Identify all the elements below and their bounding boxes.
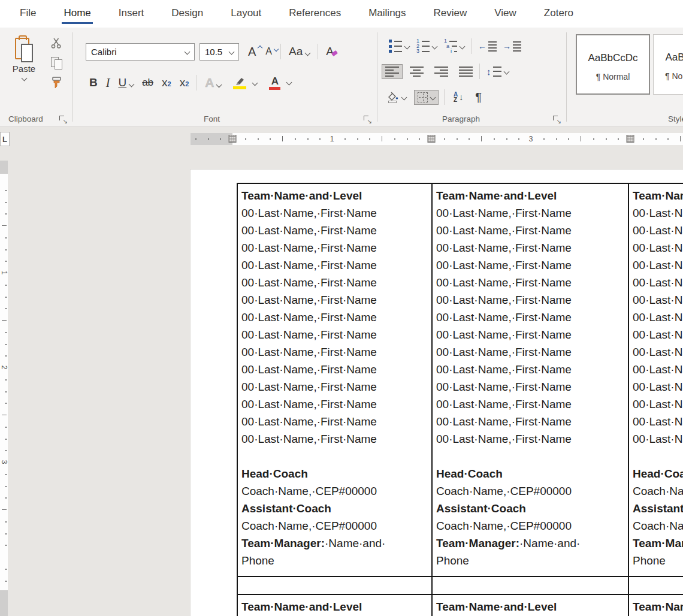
line-spacing-button[interactable]: ↕ bbox=[483, 65, 512, 78]
numbering-button[interactable]: 1 2 3 bbox=[412, 38, 440, 55]
decrease-indent-button[interactable]: ← bbox=[475, 40, 500, 53]
label-cell[interactable]: Team·Name·and·Level 00·Last·Name,·First·… bbox=[237, 184, 431, 576]
bullets-button[interactable] bbox=[386, 38, 412, 55]
superscript-button[interactable]: x2 bbox=[176, 76, 194, 89]
tab-design[interactable]: Design bbox=[158, 1, 217, 26]
label-cell[interactable]: Team·Name·and·Level 00·Last·Name,·First·… bbox=[431, 184, 628, 576]
paste-dropdown-chevron[interactable] bbox=[21, 76, 27, 81]
shading-button[interactable] bbox=[383, 90, 409, 105]
ruler-tick bbox=[5, 533, 7, 535]
increase-indent-button[interactable]: → bbox=[500, 40, 524, 53]
label-cell[interactable]: Team·Name·and·Level 00·Last·Name,·First·… bbox=[628, 184, 683, 576]
team-header-line: Team·Name·and·Level bbox=[241, 187, 428, 204]
label-cell[interactable]: Team·Name·and·Level bbox=[431, 595, 628, 616]
font-name-value: Calibri bbox=[91, 47, 117, 57]
styles-group: AaBbCcDc ¶ Normal AaBbCcDc ¶ No Spacing … bbox=[567, 28, 683, 126]
format-painter-button[interactable] bbox=[49, 76, 64, 90]
tab-layout[interactable]: Layout bbox=[217, 1, 275, 26]
document-page[interactable]: Team·Name·and·Level 00·Last·Name,·First·… bbox=[191, 170, 683, 616]
ruler-tick bbox=[319, 138, 321, 140]
table-column-marker[interactable] bbox=[229, 135, 237, 143]
roster-line: 00·Last·Name,·First·Name bbox=[436, 343, 624, 361]
roster-line: 00·Last·Name,·First·Name bbox=[436, 378, 624, 395]
bold-button[interactable]: B bbox=[85, 76, 102, 89]
change-case-button[interactable]: Aa bbox=[285, 45, 314, 58]
multilevel-list-button[interactable]: 1 a i bbox=[440, 38, 467, 55]
empty-cell[interactable] bbox=[431, 577, 628, 594]
table-column-marker[interactable] bbox=[428, 135, 436, 143]
roster-line: 00·Last·Name,·First·Name bbox=[241, 413, 428, 430]
roster-line: 00·Last·Name,·First·Name bbox=[633, 395, 683, 413]
text-highlight-button[interactable] bbox=[225, 77, 261, 89]
updown-arrow-icon: ↕ bbox=[486, 67, 491, 77]
shrink-font-button[interactable]: A bbox=[261, 46, 277, 57]
font-size-combo[interactable]: 10.5 bbox=[200, 43, 239, 61]
paragraph-dialog-launcher[interactable] bbox=[552, 115, 561, 123]
underline-button[interactable]: U bbox=[114, 76, 138, 89]
copy-icon bbox=[51, 57, 62, 70]
tab-home[interactable]: Home bbox=[50, 1, 104, 26]
paste-button[interactable]: Paste bbox=[7, 35, 41, 80]
tab-view[interactable]: View bbox=[480, 1, 530, 26]
blank-line bbox=[241, 448, 428, 465]
cut-button[interactable] bbox=[49, 36, 64, 50]
ruler-tick bbox=[5, 249, 7, 250]
strikethrough-button[interactable]: ab bbox=[138, 77, 158, 89]
tab-mailings[interactable]: Mailings bbox=[355, 1, 419, 26]
align-center-button[interactable] bbox=[407, 65, 427, 78]
tab-review[interactable]: Review bbox=[420, 1, 481, 26]
empty-cell[interactable] bbox=[237, 577, 431, 594]
ruler-tick bbox=[382, 136, 382, 141]
justify-icon bbox=[459, 67, 473, 77]
ruler-tick bbox=[5, 581, 7, 582]
ruler-tick bbox=[5, 308, 7, 309]
copy-button[interactable] bbox=[49, 56, 64, 70]
borders-button[interactable] bbox=[415, 90, 438, 104]
ruler-tick bbox=[444, 138, 445, 140]
font-name-combo[interactable]: Calibri bbox=[86, 43, 195, 61]
paste-label: Paste bbox=[7, 64, 41, 74]
align-right-button[interactable] bbox=[431, 65, 451, 78]
tab-references[interactable]: References bbox=[275, 1, 355, 26]
sort-button[interactable]: A Z ↓ bbox=[451, 90, 466, 104]
style-item-no-spacing[interactable]: AaBbCcDc ¶ No Spacing bbox=[653, 34, 683, 95]
ruler-tick bbox=[5, 569, 7, 570]
font-color-bar bbox=[269, 87, 280, 90]
clipboard-dialog-launcher[interactable] bbox=[59, 115, 67, 123]
roster-line: 00·Last·Name,·First·Name bbox=[436, 222, 624, 239]
ruler-inch-number: 2 bbox=[0, 364, 8, 372]
style-item-normal[interactable]: AaBbCcDc ¶ Normal bbox=[576, 34, 650, 95]
ruler-tick bbox=[5, 213, 7, 215]
head-coach-label: Head·Coach bbox=[241, 465, 428, 482]
label-cell[interactable]: Team·Name·and·Level bbox=[628, 595, 683, 616]
ruler-tick bbox=[5, 391, 7, 392]
label-cell[interactable]: Team·Name·and·Level bbox=[237, 595, 431, 616]
italic-button[interactable]: I bbox=[102, 76, 114, 90]
show-hide-formatting-button[interactable]: ¶ bbox=[472, 89, 485, 106]
roster-line: 00·Last·Name,·First·Name bbox=[241, 309, 428, 326]
ruler-tick bbox=[282, 136, 283, 141]
tab-file[interactable]: File bbox=[6, 1, 50, 26]
ruler-tick bbox=[506, 138, 507, 140]
text-effects-button[interactable]: A bbox=[201, 76, 225, 90]
document-area: 123 Team·Name·and·Level 00·Last·Name,·Fi… bbox=[0, 151, 683, 616]
ruler-tick bbox=[667, 138, 669, 140]
grow-font-button[interactable]: A bbox=[243, 45, 261, 59]
ruler-inch-number: 3 bbox=[529, 135, 533, 143]
justify-button[interactable] bbox=[456, 65, 476, 78]
tab-zotero[interactable]: Zotero bbox=[530, 1, 587, 26]
clipboard-group: Paste bbox=[0, 28, 72, 126]
ruler-tick bbox=[5, 474, 7, 475]
font-dialog-launcher[interactable] bbox=[363, 115, 371, 123]
align-left-button[interactable] bbox=[382, 65, 402, 78]
subscript-button[interactable]: x2 bbox=[158, 76, 176, 89]
style-name: ¶ No Spacing bbox=[654, 71, 683, 81]
team-header-line: Team·Name·and·Level bbox=[436, 187, 624, 204]
empty-cell[interactable] bbox=[628, 577, 683, 594]
font-color-button[interactable]: A bbox=[261, 76, 295, 90]
ruler-tick bbox=[208, 138, 209, 140]
tab-insert[interactable]: Insert bbox=[105, 1, 158, 26]
clear-formatting-button[interactable]: A bbox=[322, 45, 342, 58]
table-column-marker[interactable] bbox=[627, 135, 634, 143]
ruler-inch-number: 1 bbox=[0, 269, 8, 277]
